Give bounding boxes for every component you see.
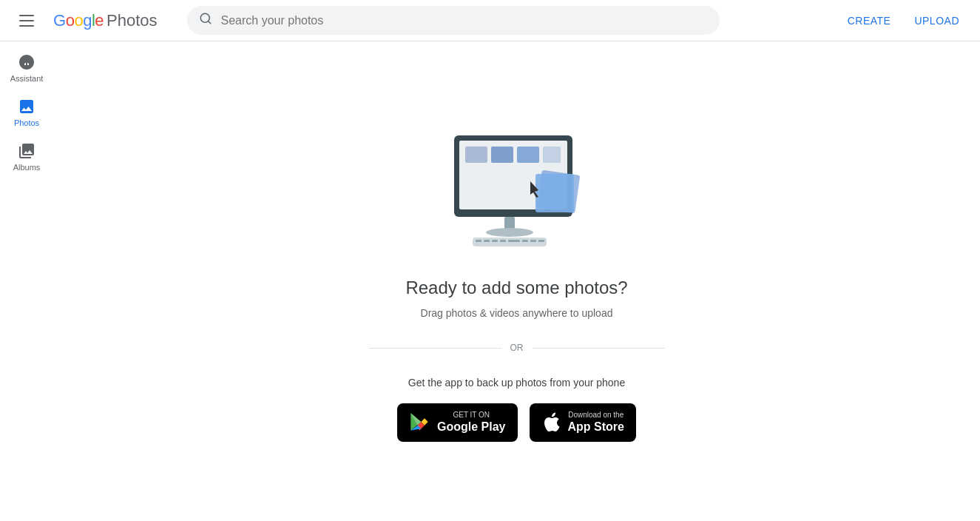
drag-photo-front bbox=[535, 174, 574, 212]
thumb-2 bbox=[491, 147, 513, 163]
app-cta-text: Get the app to back up photos from your … bbox=[408, 377, 625, 389]
thumb-3 bbox=[517, 147, 539, 163]
photos-icon bbox=[18, 98, 36, 115]
upload-button[interactable]: UPLOAD bbox=[905, 9, 968, 33]
app-buttons: GET IT ON Google Play Download on the Ap… bbox=[397, 403, 636, 441]
ready-title: Ready to add some photos? bbox=[405, 278, 627, 298]
google-play-store-text: Google Play bbox=[437, 420, 505, 434]
search-icon bbox=[199, 12, 212, 29]
assistant-label: Assistant bbox=[10, 74, 44, 83]
divider-row: OR bbox=[369, 343, 665, 353]
main-content: Ready to add some photos? Drag photos & … bbox=[53, 41, 980, 521]
search-bar bbox=[187, 6, 720, 35]
google-play-button[interactable]: GET IT ON Google Play bbox=[397, 403, 517, 441]
google-play-icon bbox=[409, 411, 430, 434]
search-input[interactable] bbox=[221, 14, 708, 27]
google-play-pre-text: GET IT ON bbox=[437, 411, 505, 420]
key-2 bbox=[484, 240, 490, 242]
logo-link[interactable]: Google Photos bbox=[53, 11, 158, 30]
app-store-pre-text: Download on the bbox=[568, 411, 624, 420]
sidebar-item-albums[interactable]: Albums bbox=[3, 136, 50, 178]
hamburger-line-1 bbox=[19, 15, 34, 16]
monitor-svg bbox=[443, 121, 591, 254]
hamburger-line-3 bbox=[19, 25, 34, 27]
photos-label: Photos bbox=[14, 118, 39, 127]
hamburger-line-2 bbox=[19, 20, 34, 21]
divider-line-right bbox=[533, 348, 665, 349]
logo-product-name: Photos bbox=[107, 11, 158, 30]
assistant-icon bbox=[18, 53, 36, 71]
logo-o1: o bbox=[66, 11, 75, 30]
key-1 bbox=[476, 240, 481, 242]
google-logo: Google bbox=[53, 11, 104, 30]
logo-o2: o bbox=[74, 11, 83, 30]
app-store-text: Download on the App Store bbox=[568, 411, 624, 434]
create-button[interactable]: CREATE bbox=[839, 9, 900, 33]
key-3 bbox=[492, 240, 498, 242]
thumb-4 bbox=[543, 147, 561, 163]
header-left: Google Photos bbox=[12, 6, 158, 36]
ready-subtitle: Drag photos & videos anywhere to upload bbox=[421, 307, 613, 319]
app-store-button[interactable]: Download on the App Store bbox=[530, 403, 636, 441]
hamburger-menu-button[interactable] bbox=[12, 6, 41, 36]
app-store-name-text: App Store bbox=[568, 420, 624, 434]
key-7 bbox=[538, 240, 544, 242]
key-6 bbox=[530, 240, 536, 242]
monitor-base bbox=[486, 228, 533, 237]
sidebar: Assistant Photos Albums bbox=[0, 41, 53, 521]
google-play-text: GET IT ON Google Play bbox=[437, 411, 505, 434]
divider-text: OR bbox=[510, 343, 524, 353]
apple-icon bbox=[541, 411, 561, 434]
key-4 bbox=[500, 240, 506, 242]
divider-line-left bbox=[369, 348, 501, 349]
albums-icon bbox=[18, 142, 36, 160]
app-header: Google Photos CREATE UPLOAD bbox=[0, 0, 980, 41]
logo-g: G bbox=[53, 11, 66, 30]
upload-illustration bbox=[443, 121, 591, 254]
header-actions: CREATE UPLOAD bbox=[839, 9, 968, 33]
sidebar-item-photos[interactable]: Photos bbox=[3, 92, 50, 133]
sidebar-item-assistant[interactable]: Assistant bbox=[3, 47, 50, 89]
thumb-1 bbox=[465, 147, 487, 163]
key-space bbox=[508, 240, 520, 242]
svg-line-1 bbox=[208, 21, 210, 23]
albums-label: Albums bbox=[13, 163, 41, 172]
logo-g2: g bbox=[83, 11, 92, 30]
logo-e: e bbox=[95, 11, 104, 30]
key-5 bbox=[522, 240, 528, 242]
